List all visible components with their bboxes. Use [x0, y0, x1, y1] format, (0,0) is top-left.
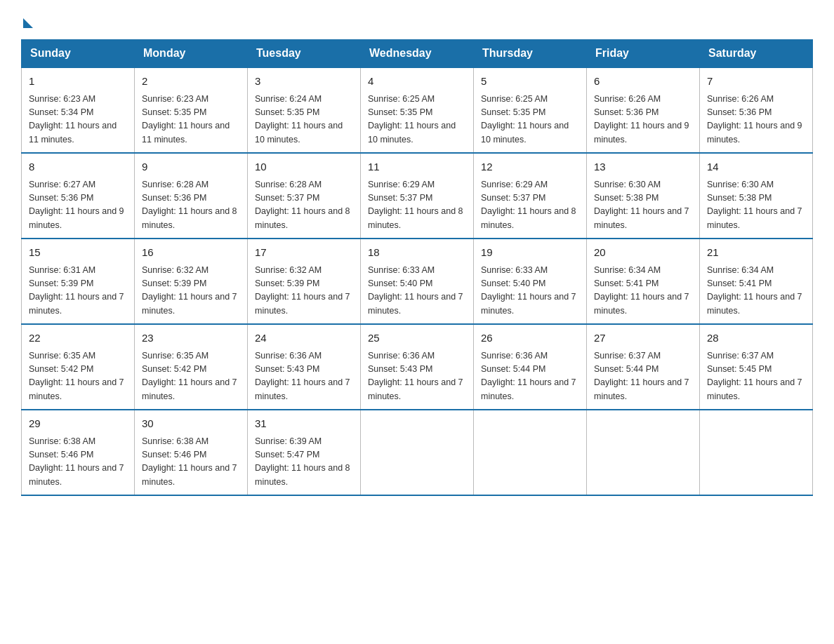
logo-triangle-icon — [23, 18, 33, 28]
calendar-header-row: SundayMondayTuesdayWednesdayThursdayFrid… — [22, 40, 813, 68]
calendar-cell: 27 Sunrise: 6:37 AMSunset: 5:44 PMDaylig… — [587, 324, 700, 410]
calendar-cell: 18 Sunrise: 6:33 AMSunset: 5:40 PMDaylig… — [361, 239, 474, 324]
day-info: Sunrise: 6:28 AMSunset: 5:36 PMDaylight:… — [142, 178, 240, 233]
calendar-cell: 25 Sunrise: 6:36 AMSunset: 5:43 PMDaylig… — [361, 324, 474, 410]
calendar-header-friday: Friday — [587, 40, 700, 68]
day-info: Sunrise: 6:25 AMSunset: 5:35 PMDaylight:… — [481, 93, 579, 147]
day-number: 7 — [707, 74, 805, 90]
logo — [21, 14, 33, 25]
calendar-cell: 22 Sunrise: 6:35 AMSunset: 5:42 PMDaylig… — [22, 324, 135, 410]
day-number: 17 — [255, 245, 353, 261]
page-header — [21, 14, 813, 25]
day-info: Sunrise: 6:39 AMSunset: 5:47 PMDaylight:… — [255, 435, 353, 490]
calendar-week-row: 15 Sunrise: 6:31 AMSunset: 5:39 PMDaylig… — [22, 239, 813, 324]
calendar-header-monday: Monday — [135, 40, 248, 68]
day-info: Sunrise: 6:23 AMSunset: 5:34 PMDaylight:… — [29, 93, 127, 147]
day-number: 30 — [142, 416, 240, 432]
day-info: Sunrise: 6:27 AMSunset: 5:36 PMDaylight:… — [29, 178, 127, 233]
calendar-cell: 6 Sunrise: 6:26 AMSunset: 5:36 PMDayligh… — [587, 67, 700, 153]
day-info: Sunrise: 6:35 AMSunset: 5:42 PMDaylight:… — [29, 349, 127, 404]
day-number: 14 — [707, 159, 805, 175]
day-info: Sunrise: 6:31 AMSunset: 5:39 PMDaylight:… — [29, 264, 127, 318]
calendar-cell: 7 Sunrise: 6:26 AMSunset: 5:36 PMDayligh… — [700, 67, 813, 153]
calendar-cell: 21 Sunrise: 6:34 AMSunset: 5:41 PMDaylig… — [700, 239, 813, 324]
calendar-week-row: 22 Sunrise: 6:35 AMSunset: 5:42 PMDaylig… — [22, 324, 813, 410]
day-number: 24 — [255, 330, 353, 347]
day-info: Sunrise: 6:38 AMSunset: 5:46 PMDaylight:… — [142, 435, 240, 490]
calendar-header-saturday: Saturday — [700, 40, 813, 68]
calendar-week-row: 1 Sunrise: 6:23 AMSunset: 5:34 PMDayligh… — [22, 67, 813, 153]
day-number: 23 — [142, 330, 240, 347]
day-number: 19 — [481, 245, 579, 261]
day-info: Sunrise: 6:35 AMSunset: 5:42 PMDaylight:… — [142, 349, 240, 404]
day-number: 2 — [142, 74, 240, 90]
day-number: 27 — [594, 330, 692, 347]
calendar-cell: 14 Sunrise: 6:30 AMSunset: 5:38 PMDaylig… — [700, 153, 813, 239]
calendar-cell: 31 Sunrise: 6:39 AMSunset: 5:47 PMDaylig… — [248, 410, 361, 495]
calendar-cell: 12 Sunrise: 6:29 AMSunset: 5:37 PMDaylig… — [474, 153, 587, 239]
calendar-cell: 16 Sunrise: 6:32 AMSunset: 5:39 PMDaylig… — [135, 239, 248, 324]
day-info: Sunrise: 6:24 AMSunset: 5:35 PMDaylight:… — [255, 93, 353, 147]
calendar-cell: 17 Sunrise: 6:32 AMSunset: 5:39 PMDaylig… — [248, 239, 361, 324]
calendar-cell: 20 Sunrise: 6:34 AMSunset: 5:41 PMDaylig… — [587, 239, 700, 324]
calendar-header-tuesday: Tuesday — [248, 40, 361, 68]
day-info: Sunrise: 6:28 AMSunset: 5:37 PMDaylight:… — [255, 178, 353, 233]
day-number: 15 — [29, 245, 127, 261]
calendar-cell — [474, 410, 587, 495]
day-info: Sunrise: 6:29 AMSunset: 5:37 PMDaylight:… — [481, 178, 579, 233]
day-number: 10 — [255, 159, 353, 175]
calendar-cell: 10 Sunrise: 6:28 AMSunset: 5:37 PMDaylig… — [248, 153, 361, 239]
day-number: 11 — [368, 159, 466, 175]
day-number: 9 — [142, 159, 240, 175]
calendar-cell: 24 Sunrise: 6:36 AMSunset: 5:43 PMDaylig… — [248, 324, 361, 410]
calendar-cell — [700, 410, 813, 495]
calendar-cell: 4 Sunrise: 6:25 AMSunset: 5:35 PMDayligh… — [361, 67, 474, 153]
calendar-cell: 30 Sunrise: 6:38 AMSunset: 5:46 PMDaylig… — [135, 410, 248, 495]
day-number: 13 — [594, 159, 692, 175]
day-number: 25 — [368, 330, 466, 347]
day-info: Sunrise: 6:30 AMSunset: 5:38 PMDaylight:… — [707, 178, 805, 233]
calendar-header-thursday: Thursday — [474, 40, 587, 68]
calendar-cell: 9 Sunrise: 6:28 AMSunset: 5:36 PMDayligh… — [135, 153, 248, 239]
day-info: Sunrise: 6:32 AMSunset: 5:39 PMDaylight:… — [255, 264, 353, 318]
day-info: Sunrise: 6:38 AMSunset: 5:46 PMDaylight:… — [29, 435, 127, 490]
calendar-cell: 13 Sunrise: 6:30 AMSunset: 5:38 PMDaylig… — [587, 153, 700, 239]
calendar-cell: 15 Sunrise: 6:31 AMSunset: 5:39 PMDaylig… — [22, 239, 135, 324]
calendar-cell: 19 Sunrise: 6:33 AMSunset: 5:40 PMDaylig… — [474, 239, 587, 324]
day-number: 26 — [481, 330, 579, 347]
day-info: Sunrise: 6:36 AMSunset: 5:43 PMDaylight:… — [255, 349, 353, 404]
day-info: Sunrise: 6:26 AMSunset: 5:36 PMDaylight:… — [594, 93, 692, 147]
calendar-cell: 2 Sunrise: 6:23 AMSunset: 5:35 PMDayligh… — [135, 67, 248, 153]
day-info: Sunrise: 6:34 AMSunset: 5:41 PMDaylight:… — [594, 264, 692, 318]
day-info: Sunrise: 6:30 AMSunset: 5:38 PMDaylight:… — [594, 178, 692, 233]
calendar-table: SundayMondayTuesdayWednesdayThursdayFrid… — [21, 39, 813, 496]
day-number: 4 — [368, 74, 466, 90]
day-info: Sunrise: 6:33 AMSunset: 5:40 PMDaylight:… — [481, 264, 579, 318]
day-info: Sunrise: 6:23 AMSunset: 5:35 PMDaylight:… — [142, 93, 240, 147]
calendar-cell — [587, 410, 700, 495]
day-number: 21 — [707, 245, 805, 261]
calendar-cell: 8 Sunrise: 6:27 AMSunset: 5:36 PMDayligh… — [22, 153, 135, 239]
day-info: Sunrise: 6:32 AMSunset: 5:39 PMDaylight:… — [142, 264, 240, 318]
calendar-cell: 28 Sunrise: 6:37 AMSunset: 5:45 PMDaylig… — [700, 324, 813, 410]
day-number: 5 — [481, 74, 579, 90]
day-number: 20 — [594, 245, 692, 261]
calendar-cell: 26 Sunrise: 6:36 AMSunset: 5:44 PMDaylig… — [474, 324, 587, 410]
day-info: Sunrise: 6:36 AMSunset: 5:43 PMDaylight:… — [368, 349, 466, 404]
day-number: 22 — [29, 330, 127, 347]
day-number: 3 — [255, 74, 353, 90]
calendar-cell: 23 Sunrise: 6:35 AMSunset: 5:42 PMDaylig… — [135, 324, 248, 410]
day-number: 18 — [368, 245, 466, 261]
day-number: 28 — [707, 330, 805, 347]
day-number: 29 — [29, 416, 127, 432]
day-info: Sunrise: 6:36 AMSunset: 5:44 PMDaylight:… — [481, 349, 579, 404]
calendar-cell: 29 Sunrise: 6:38 AMSunset: 5:46 PMDaylig… — [22, 410, 135, 495]
day-info: Sunrise: 6:37 AMSunset: 5:45 PMDaylight:… — [707, 349, 805, 404]
day-number: 16 — [142, 245, 240, 261]
calendar-cell — [361, 410, 474, 495]
day-info: Sunrise: 6:29 AMSunset: 5:37 PMDaylight:… — [368, 178, 466, 233]
calendar-header-wednesday: Wednesday — [361, 40, 474, 68]
calendar-cell: 3 Sunrise: 6:24 AMSunset: 5:35 PMDayligh… — [248, 67, 361, 153]
day-number: 6 — [594, 74, 692, 90]
day-number: 1 — [29, 74, 127, 90]
